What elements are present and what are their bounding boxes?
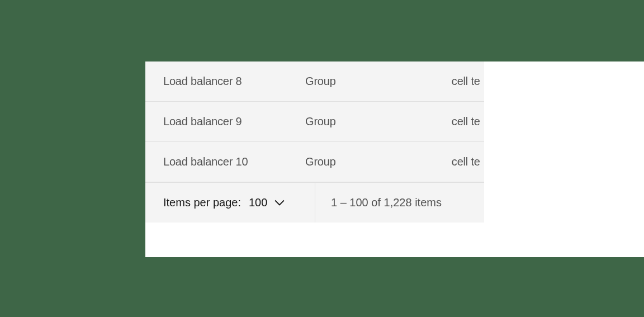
- items-per-page-label: Items per page:: [163, 196, 241, 209]
- pagination-bar: Items per page: 100 1 – 100 of 1,228 ite…: [145, 182, 484, 223]
- cell-extra: cell te: [452, 75, 484, 88]
- items-per-page-value: 100: [249, 196, 267, 209]
- data-table: Load balancer 8 Group cell te Load balan…: [145, 61, 484, 223]
- chevron-down-icon: [274, 197, 285, 209]
- cell-group: Group: [305, 115, 452, 128]
- cell-extra: cell te: [452, 155, 484, 168]
- cell-group: Group: [305, 75, 452, 88]
- pagination-range: 1 – 100 of 1,228 items: [331, 196, 442, 209]
- table-row[interactable]: Load balancer 8 Group cell te: [145, 61, 484, 102]
- cell-group: Group: [305, 155, 452, 168]
- cell-name: Load balancer 9: [163, 115, 305, 128]
- table-row[interactable]: Load balancer 9 Group cell te: [145, 102, 484, 142]
- table-row[interactable]: Load balancer 10 Group cell te: [145, 142, 484, 182]
- cell-name: Load balancer 10: [163, 155, 305, 168]
- cell-name: Load balancer 8: [163, 75, 305, 88]
- items-per-page-select[interactable]: 100: [249, 196, 285, 209]
- cell-extra: cell te: [452, 115, 484, 128]
